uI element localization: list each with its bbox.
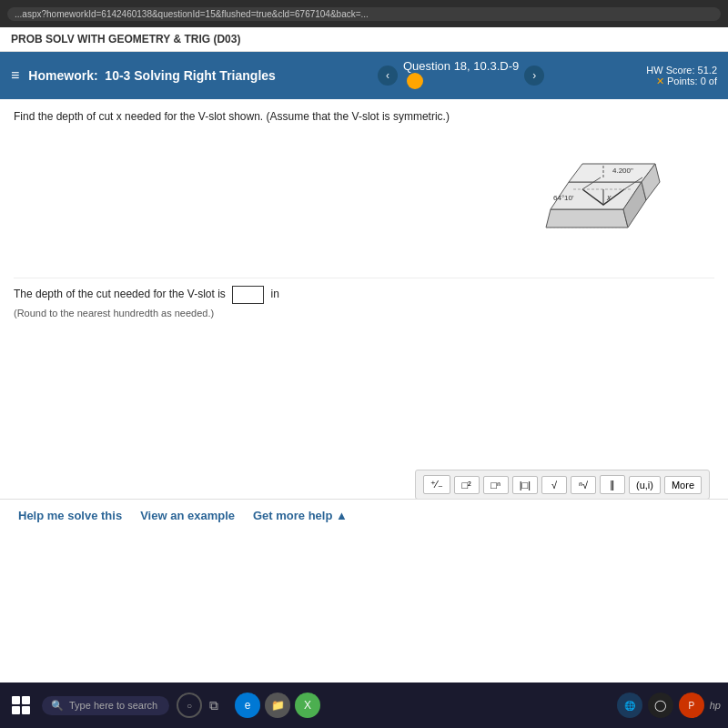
answer-note: (Round to the nearest hundredth as neede… (14, 308, 714, 318)
get-more-help-link[interactable]: Get more help ▲ (253, 509, 348, 522)
ppt-icon: P (688, 701, 694, 711)
taskbar-icon-cortana2[interactable]: ◯ (648, 693, 673, 718)
cortana-button[interactable]: ○ (177, 693, 202, 718)
hw-score-area: HW Score: 51.2 ✕ Points: 0 of (646, 65, 717, 87)
answer-input[interactable] (232, 286, 264, 304)
browser-url: ...aspx?homeworkId=6142460138&questionId… (7, 7, 721, 21)
taskbar-app-edge[interactable]: e (235, 693, 260, 718)
superscript-button[interactable]: □² (454, 476, 480, 494)
fraction-button[interactable]: ⁺⁄₋ (423, 475, 450, 494)
search-placeholder: Type here to search (69, 700, 157, 711)
prev-question-button[interactable]: ‹ (378, 66, 398, 86)
more-button[interactable]: More (664, 476, 702, 494)
diagram-area: 4.200" 64°10' x (14, 127, 714, 264)
system-tray: 🌐 ◯ P hp (617, 693, 721, 718)
norm-button[interactable]: ‖ (600, 475, 625, 494)
taskbar-app-excel[interactable]: X (295, 693, 320, 718)
hw-title: Homework: 10-3 Solving Right Triangles (28, 68, 276, 83)
vslot-diagram: 4.200" 64°10' x (496, 127, 696, 264)
taskbar-icon-network[interactable]: 🌐 (617, 693, 642, 718)
x-label: x (606, 193, 612, 202)
homework-label: Homework: (28, 68, 97, 83)
hw-header-center: ‹ Question 18, 10.3.D-9 › (378, 59, 544, 92)
angle-label: 64°10' (553, 194, 574, 202)
hw-score-label: HW Score: 51.2 (646, 65, 717, 76)
answer-area: The depth of the cut needed for the V-sl… (14, 278, 714, 326)
width-label: 4.200" (612, 167, 633, 175)
ui-button[interactable]: (u,i) (629, 476, 661, 494)
task-view-button[interactable]: ⧉ (209, 698, 218, 713)
question-label: Question 18, 10.3.D-9 (403, 59, 519, 73)
windows-logo (12, 696, 30, 714)
browser-chrome: ...aspx?homeworkId=6142460138&questionId… (0, 0, 728, 27)
points-label: ✕ Points: 0 of (646, 76, 717, 87)
answer-unit: in (271, 288, 279, 300)
math-toolbar: ⁺⁄₋ □² □ⁿ |□| √ ⁿ√ ‖ (u,i) More (415, 470, 710, 500)
course-bar: PROB SOLV WITH GEOMETRY & TRIG (D03) (0, 27, 728, 52)
page-frame: PROB SOLV WITH GEOMETRY & TRIG (D03) ≡ H… (0, 27, 728, 682)
search-bar[interactable]: 🔍 Type here to search (42, 696, 169, 715)
search-icon: 🔍 (51, 700, 64, 712)
taskbar-icon-ppt[interactable]: P (679, 693, 704, 718)
absolute-button[interactable]: |□| (512, 476, 538, 494)
nth-power-button[interactable]: □ⁿ (483, 476, 509, 494)
hw-header-left: ≡ Homework: 10-3 Solving Right Triangles (11, 67, 276, 84)
menu-icon[interactable]: ≡ (11, 67, 19, 84)
hw-header: ≡ Homework: 10-3 Solving Right Triangles… (0, 52, 728, 99)
help-bar: Help me solve this View an example Get m… (0, 499, 728, 531)
cortana2-icon: ◯ (654, 699, 666, 712)
orange-dot-indicator (407, 73, 423, 89)
help-me-solve-link[interactable]: Help me solve this (18, 509, 122, 522)
next-question-button[interactable]: › (524, 66, 544, 86)
question-info: Question 18, 10.3.D-9 (403, 59, 519, 92)
svg-marker-0 (546, 209, 628, 228)
taskbar: 🔍 Type here to search ○ ⧉ e 📁 X 🌐 ◯ P hp (0, 682, 728, 728)
answer-text-before: The depth of the cut needed for the V-sl… (14, 288, 226, 300)
cortana-icon: ○ (187, 701, 192, 711)
course-title: PROB SOLV WITH GEOMETRY & TRIG (D03) (11, 33, 240, 46)
network-icon: 🌐 (624, 701, 635, 711)
nth-root-button[interactable]: ⁿ√ (571, 476, 596, 494)
start-button[interactable] (7, 692, 35, 719)
homework-title: 10-3 Solving Right Triangles (105, 68, 275, 83)
problem-instruction: Find the depth of cut x needed for the V… (14, 110, 714, 123)
taskbar-app-file[interactable]: 📁 (265, 693, 290, 718)
sqrt-button[interactable]: √ (541, 476, 567, 494)
taskbar-apps: e 📁 X (235, 693, 320, 718)
hp-brand-label: hp (710, 700, 721, 711)
main-content: Find the depth of cut x needed for the V… (0, 99, 728, 554)
view-example-link[interactable]: View an example (140, 509, 235, 522)
